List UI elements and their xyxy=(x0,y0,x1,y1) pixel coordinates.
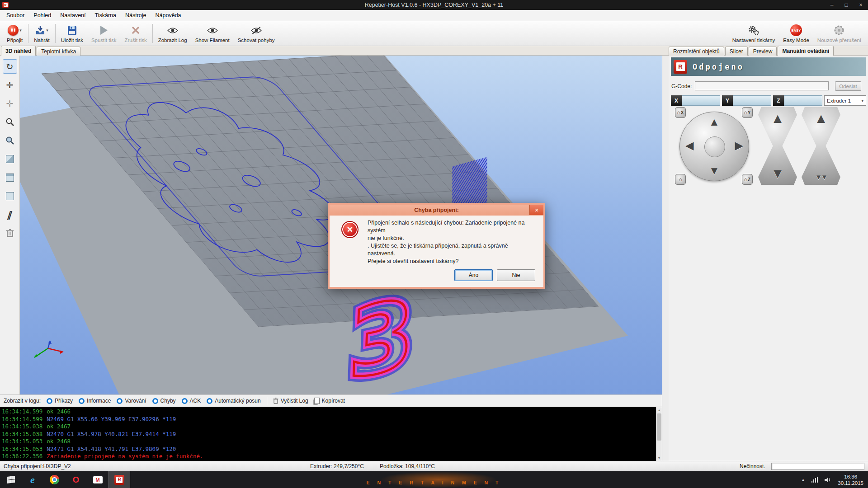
menu-tiskarna[interactable]: Tiskárna xyxy=(90,11,121,20)
home-all-button[interactable]: ⌂ xyxy=(675,174,686,185)
dpad-center-knob[interactable] xyxy=(704,136,725,157)
parallel-projection-tool[interactable]: ∥ xyxy=(3,207,17,222)
menu-nastaveni[interactable]: Nastavení xyxy=(56,11,90,20)
x-minus-arrow[interactable]: ◀ xyxy=(685,140,693,151)
zoom-tool[interactable] xyxy=(3,115,17,129)
front-view-icon xyxy=(6,174,14,182)
x-position-value xyxy=(682,95,720,106)
menubar: Soubor Pohled Nastavení Tiskárna Nástroj… xyxy=(0,10,868,21)
rotate-view-tool[interactable]: ↻ xyxy=(3,59,17,74)
dialog-close-icon[interactable]: × xyxy=(529,205,543,215)
x-plus-arrow[interactable]: ▶ xyxy=(735,140,743,151)
tab-3d-view[interactable]: 3D náhled xyxy=(1,46,36,56)
toggle-on-icon xyxy=(79,398,85,404)
tab-manual-control[interactable]: Manuální ovládání xyxy=(778,46,834,56)
filter-errors[interactable]: Chyby xyxy=(152,398,176,404)
home-x-button[interactable]: ⌂X xyxy=(675,107,686,118)
chevron-down-icon: ▾ xyxy=(861,99,863,103)
emergency-stop-button[interactable]: Nouzové přerušení xyxy=(813,21,865,46)
zoom-region-tool[interactable] xyxy=(3,133,17,148)
yes-button[interactable]: Áno xyxy=(454,269,493,281)
view-toolstrip: ↻ ✛ ✛ ∥ xyxy=(0,56,20,394)
toggle-on-icon xyxy=(207,398,212,404)
no-button[interactable]: Nie xyxy=(497,269,535,281)
menu-nastroje[interactable]: Nástroje xyxy=(121,11,151,20)
easy-mode-button[interactable]: EASY Easy Mode xyxy=(779,21,813,46)
top-view-tool[interactable] xyxy=(3,189,17,203)
home-y-button[interactable]: ⌂Y xyxy=(742,107,753,118)
close-icon[interactable]: × xyxy=(854,0,868,10)
hide-travel-button[interactable]: Schovat pohyby xyxy=(234,21,279,46)
minimize-icon[interactable]: – xyxy=(825,0,839,10)
copy-icon xyxy=(314,398,320,404)
toolbar-spacer xyxy=(279,21,728,46)
play-icon xyxy=(100,26,108,35)
tab-strip: 3D náhled Teplotní křivka Rozmístění obj… xyxy=(0,46,868,56)
isometric-view-tool[interactable] xyxy=(3,152,17,166)
start-print-button[interactable]: Spustit tisk xyxy=(87,21,121,46)
move-object-tool[interactable]: ✛ xyxy=(3,78,17,92)
y-minus-arrow[interactable]: ▼ xyxy=(709,165,720,176)
home-z-button[interactable]: ⌂Z xyxy=(742,174,753,185)
load-icon xyxy=(35,25,45,35)
load-button[interactable]: ▾ Nahrát xyxy=(30,21,54,46)
xy-dpad-ring: ▲ ▼ ◀ ▶ xyxy=(679,112,749,181)
move-viewpoint-tool[interactable]: ✛ xyxy=(3,96,17,111)
copy-log-button[interactable]: Kopírovat xyxy=(314,398,345,404)
rotate-icon: ↻ xyxy=(6,61,14,72)
save-print-button[interactable]: Uložit tisk xyxy=(57,21,87,46)
z-down-arrow[interactable]: ▼ xyxy=(771,167,784,180)
filter-autoscroll[interactable]: Automatický posun xyxy=(207,398,260,404)
tab-slicer[interactable]: Slicer xyxy=(725,47,748,56)
iso-view-icon xyxy=(6,155,14,163)
status-connection-error: Chyba připojení:HX3DP_V2 xyxy=(4,463,71,469)
trash-icon xyxy=(273,398,278,404)
titlebar: R Repetier-Host V1.0.6 - HX3DP_COREXY_V1… xyxy=(0,0,868,10)
tab-object-placement[interactable]: Rozmístění objektů xyxy=(669,47,724,56)
show-log-button[interactable]: Zobrazit Log xyxy=(154,21,191,46)
extrude-arrows[interactable]: ▼▼ xyxy=(815,174,827,180)
cancel-print-button[interactable]: Zrušit tisk xyxy=(121,21,151,46)
z-position-field: Z xyxy=(773,95,822,106)
menu-napoveda[interactable]: Nápověda xyxy=(151,11,186,20)
filter-commands[interactable]: Příkazy xyxy=(47,398,73,404)
show-filament-button[interactable]: Show Filament xyxy=(191,21,234,46)
gcode-input[interactable] xyxy=(695,81,829,90)
parallel-icon: ∥ xyxy=(6,210,14,220)
delete-object-tool[interactable] xyxy=(3,226,17,240)
maximize-icon[interactable]: □ xyxy=(839,0,854,10)
move-viewpoint-icon: ✛ xyxy=(6,99,14,109)
toggle-on-icon xyxy=(47,398,52,404)
send-gcode-button[interactable]: Odeslat xyxy=(835,81,861,91)
clock-time: 16:36 xyxy=(838,474,863,480)
menu-soubor[interactable]: Soubor xyxy=(2,11,29,20)
filter-info[interactable]: Informace xyxy=(79,398,111,404)
scroll-down-icon[interactable]: ▼ xyxy=(656,455,662,461)
filter-ack[interactable]: ACK xyxy=(182,398,201,404)
z-position-value xyxy=(784,95,822,106)
log-output[interactable]: 16:34:14.599ok 2466 16:34:14.599N2469 G1… xyxy=(0,407,662,461)
z-up-arrow[interactable]: ▲ xyxy=(771,112,784,125)
magnifier-region-icon xyxy=(5,136,14,145)
menu-pohled[interactable]: Pohled xyxy=(29,11,56,20)
y-plus-arrow[interactable]: ▲ xyxy=(709,117,720,127)
xy-dpad: ▲ ▼ ◀ ▶ ⌂X ⌂Y ⌂ ⌂Z xyxy=(675,107,753,185)
home-icon: ⌂ xyxy=(744,109,747,116)
filter-warnings[interactable]: Varování xyxy=(117,398,146,404)
tab-temperature-curve[interactable]: Teplotní křivka xyxy=(37,47,80,56)
scroll-up-icon[interactable]: ▲ xyxy=(656,407,662,413)
tab-preview[interactable]: Preview xyxy=(749,47,777,56)
printer-settings-button[interactable]: Nastavení tiskárny xyxy=(728,21,779,46)
clear-log-button[interactable]: Vyčistit Log xyxy=(273,398,308,404)
view-tabs: 3D náhled Teplotní křivka xyxy=(1,46,80,56)
retract-arrow[interactable]: ▲ xyxy=(814,112,828,125)
eye-slash-icon xyxy=(251,27,262,34)
connect-button[interactable]: ▾ Připojit xyxy=(3,21,27,46)
extruder-select[interactable]: Extruder 1▾ xyxy=(824,95,866,106)
panel-splitter[interactable] xyxy=(662,56,669,461)
scrollbar-thumb[interactable] xyxy=(657,413,661,441)
status-extruder-temp: Extruder: 249,7/250°C xyxy=(310,463,364,469)
gears-icon xyxy=(748,25,760,36)
log-scrollbar[interactable]: ▲ ▼ xyxy=(656,407,662,461)
front-view-tool[interactable] xyxy=(3,170,17,185)
